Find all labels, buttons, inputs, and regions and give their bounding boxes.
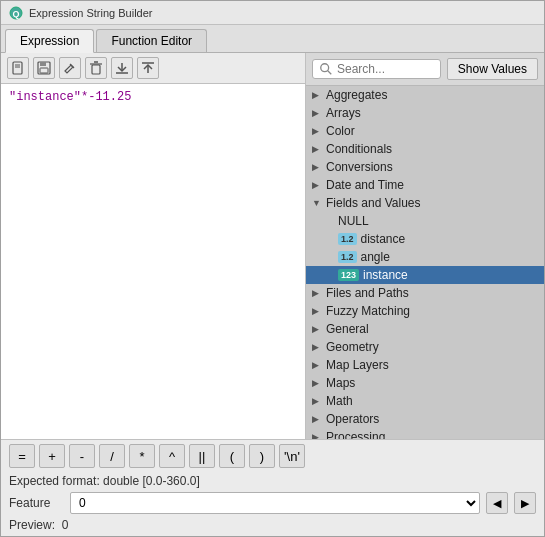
arrow-icon-map-layers xyxy=(312,360,326,370)
show-values-button[interactable]: Show Values xyxy=(447,58,538,80)
function-group-label-math: Math xyxy=(326,394,353,408)
function-group-label-aggregates: Aggregates xyxy=(326,88,387,102)
function-group-geometry[interactable]: Geometry xyxy=(306,338,544,356)
operator-button-4[interactable]: * xyxy=(129,444,155,468)
expected-format-row: Expected format: double [0.0-360.0] xyxy=(9,474,536,488)
delete-button[interactable] xyxy=(85,57,107,79)
operator-button-3[interactable]: / xyxy=(99,444,125,468)
arrow-icon-fuzzy-matching xyxy=(312,306,326,316)
svg-rect-7 xyxy=(40,68,48,73)
arrow-icon-processing xyxy=(312,432,326,439)
sub-item-distance[interactable]: 1.2distance xyxy=(306,230,544,248)
function-group-files-paths[interactable]: Files and Paths xyxy=(306,284,544,302)
load-button[interactable] xyxy=(111,57,133,79)
function-group-conditionals[interactable]: Conditionals xyxy=(306,140,544,158)
feature-row: Feature 0 ◀ ▶ xyxy=(9,492,536,514)
function-group-color[interactable]: Color xyxy=(306,122,544,140)
svg-rect-2 xyxy=(13,62,22,74)
operator-button-1[interactable]: + xyxy=(39,444,65,468)
edit-icon xyxy=(63,61,77,75)
right-panel: Show Values AggregatesArraysColorConditi… xyxy=(306,53,544,439)
operator-button-5[interactable]: ^ xyxy=(159,444,185,468)
sub-item-instance[interactable]: 123instance xyxy=(306,266,544,284)
arrow-icon-arrays xyxy=(312,108,326,118)
sub-item-angle[interactable]: 1.2angle xyxy=(306,248,544,266)
function-group-label-date-time: Date and Time xyxy=(326,178,404,192)
arrow-icon-geometry xyxy=(312,342,326,352)
svg-line-17 xyxy=(328,71,332,75)
function-group-fuzzy-matching[interactable]: Fuzzy Matching xyxy=(306,302,544,320)
prev-feature-button[interactable]: ◀ xyxy=(486,492,508,514)
export-button[interactable] xyxy=(137,57,159,79)
preview-row: Preview: 0 xyxy=(9,518,536,532)
preview-value: 0 xyxy=(62,518,69,532)
function-group-fields-values[interactable]: Fields and Values xyxy=(306,194,544,212)
top-area: "instance"*-11.25 Show Values xyxy=(1,53,544,439)
function-group-math[interactable]: Math xyxy=(306,392,544,410)
type-badge-angle: 1.2 xyxy=(338,251,357,263)
arrow-icon-general xyxy=(312,324,326,334)
edit-button[interactable] xyxy=(59,57,81,79)
operator-button-0[interactable]: = xyxy=(9,444,35,468)
function-group-arrays[interactable]: Arrays xyxy=(306,104,544,122)
expression-toolbar xyxy=(1,53,305,84)
new-button[interactable] xyxy=(7,57,29,79)
search-icon xyxy=(319,62,333,76)
expected-format-value: double [0.0-360.0] xyxy=(103,474,200,488)
function-group-label-fields-values: Fields and Values xyxy=(326,196,421,210)
function-group-label-general: General xyxy=(326,322,369,336)
function-group-map-layers[interactable]: Map Layers xyxy=(306,356,544,374)
save-button[interactable] xyxy=(33,57,55,79)
app-icon: Q xyxy=(9,6,23,20)
operator-button-7[interactable]: ( xyxy=(219,444,245,468)
function-group-label-arrays: Arrays xyxy=(326,106,361,120)
expected-format-label: Expected format: xyxy=(9,474,100,488)
function-group-label-fuzzy-matching: Fuzzy Matching xyxy=(326,304,410,318)
title-bar: Q Expression String Builder xyxy=(1,1,544,25)
svg-rect-6 xyxy=(40,62,46,66)
feature-label: Feature xyxy=(9,496,64,510)
sub-item-label-distance: distance xyxy=(361,232,406,246)
new-icon xyxy=(11,61,25,75)
operator-button-6[interactable]: || xyxy=(189,444,215,468)
preview-label: Preview: xyxy=(9,518,55,532)
bottom-area: =+-/*^||()'\n' Expected format: double [… xyxy=(1,439,544,536)
type-badge-distance: 1.2 xyxy=(338,233,357,245)
sub-item-null[interactable]: NULL xyxy=(306,212,544,230)
function-group-label-geometry: Geometry xyxy=(326,340,379,354)
function-group-aggregates[interactable]: Aggregates xyxy=(306,86,544,104)
function-group-conversions[interactable]: Conversions xyxy=(306,158,544,176)
function-group-label-files-paths: Files and Paths xyxy=(326,286,409,300)
function-group-maps[interactable]: Maps xyxy=(306,374,544,392)
function-group-operators[interactable]: Operators xyxy=(306,410,544,428)
arrow-icon-fields-values xyxy=(312,198,326,208)
function-group-date-time[interactable]: Date and Time xyxy=(306,176,544,194)
search-input[interactable] xyxy=(337,62,434,76)
operator-button-8[interactable]: ) xyxy=(249,444,275,468)
sub-item-label-null: NULL xyxy=(338,214,369,228)
function-group-label-conversions: Conversions xyxy=(326,160,393,174)
function-group-label-maps: Maps xyxy=(326,376,355,390)
feature-combo[interactable]: 0 xyxy=(70,492,480,514)
arrow-icon-files-paths xyxy=(312,288,326,298)
arrow-icon-conditionals xyxy=(312,144,326,154)
window-title: Expression String Builder xyxy=(29,7,153,19)
load-icon xyxy=(115,61,129,75)
function-group-general[interactable]: General xyxy=(306,320,544,338)
next-feature-button[interactable]: ▶ xyxy=(514,492,536,514)
operator-button-2[interactable]: - xyxy=(69,444,95,468)
arrow-icon-operators xyxy=(312,414,326,424)
operators-row: =+-/*^||()'\n' xyxy=(9,444,536,468)
operator-button-9[interactable]: '\n' xyxy=(279,444,305,468)
expression-editor[interactable]: "instance"*-11.25 xyxy=(1,84,305,439)
arrow-icon-math xyxy=(312,396,326,406)
tab-function-editor[interactable]: Function Editor xyxy=(96,29,207,52)
function-group-processing[interactable]: Processing xyxy=(306,428,544,439)
svg-rect-9 xyxy=(92,65,100,74)
function-list: AggregatesArraysColorConditionalsConvers… xyxy=(306,86,544,439)
function-group-label-conditionals: Conditionals xyxy=(326,142,392,156)
tab-expression[interactable]: Expression xyxy=(5,29,94,53)
function-group-label-operators: Operators xyxy=(326,412,379,426)
delete-icon xyxy=(89,61,103,75)
main-window: Q Expression String Builder Expression F… xyxy=(0,0,545,537)
